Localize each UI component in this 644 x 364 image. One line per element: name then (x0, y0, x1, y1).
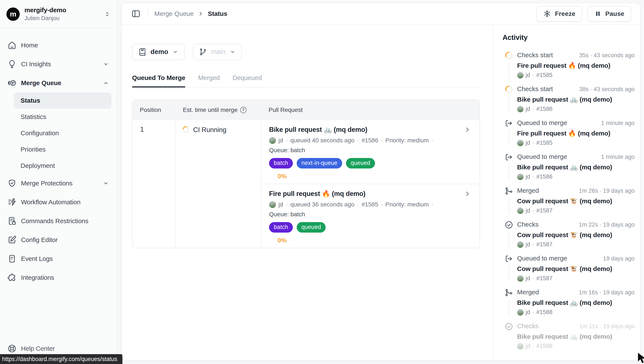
sidebar-item-label: Home (21, 42, 38, 49)
sidebar-item-priorities[interactable]: Priorities (14, 141, 112, 158)
queued-to-merge-icon (504, 153, 514, 162)
activity-event-label: Queued to merge (517, 153, 567, 160)
avatar (269, 201, 276, 208)
ci-spinner-icon (182, 126, 190, 133)
separator-dot: · (431, 201, 433, 208)
sidebar-item-label: Config Editor (21, 236, 58, 244)
avatar (517, 140, 524, 146)
chevron-right-icon[interactable] (464, 190, 471, 198)
activity-pr-link[interactable]: Cow pull request 🐮 (mq demo) (517, 197, 634, 205)
tab-dequeued[interactable]: Dequeued (232, 74, 262, 87)
activity-pr-link[interactable]: Fire pull request 🔥 (mq demo) (517, 130, 634, 137)
sidebar-toggle-button[interactable] (131, 8, 141, 19)
activity-pr-link[interactable]: Bike pull request 🚲 (mq demo) (517, 333, 634, 340)
sidebar-item-label: Configuration (20, 130, 59, 137)
avatar (517, 208, 524, 214)
avatar (517, 106, 524, 112)
sidebar-item-integrations[interactable]: Integrations (5, 268, 112, 287)
activity-entry: Queued to merge 1 minute ago Bike pull r… (502, 153, 634, 186)
activity-author: jd (526, 309, 530, 316)
sidebar-item-workflow-automation[interactable]: Workflow Automation (5, 193, 112, 212)
est-time-cell: CI Running (176, 120, 261, 248)
activity-pr-number: #1587 (536, 207, 552, 214)
sidebar-item-label: Commands Restrictions (21, 217, 88, 225)
activity-time: 19 days ago (603, 255, 634, 262)
badge-queued: queued (297, 222, 326, 232)
pause-button[interactable]: Pause (588, 6, 631, 22)
breadcrumb-parent[interactable]: Merge Queue (154, 10, 194, 17)
pr-progress-row: 0% · (278, 173, 471, 180)
queue-content: demo main Queued To Merge Merged Dequeue… (122, 25, 493, 360)
activity-pr-link[interactable]: Fire pull request 🔥 (mq demo) (517, 62, 634, 69)
merge-queue-icon (7, 78, 17, 88)
activity-pr-link[interactable]: Bike pull request 🚲 (mq demo) (517, 163, 634, 171)
activity-pr-link[interactable]: Cow pull request 🐮 (mq demo) (517, 265, 634, 272)
pr-queued-ago: queued 40 seconds ago (290, 137, 354, 144)
sidebar-item-merge-protections[interactable]: Merge Protections (5, 174, 112, 193)
repository-select[interactable]: demo (132, 44, 184, 60)
sidebar-item-label: Statistics (20, 113, 46, 120)
pull-request-item[interactable]: Bike pull request 🚲 (mq demo) jd · queue… (261, 120, 480, 184)
pr-number: #1585 (362, 201, 378, 208)
chevron-right-icon[interactable] (464, 126, 471, 133)
book-icon (138, 48, 147, 56)
sidebar-item-configuration[interactable]: Configuration (14, 125, 112, 141)
home-icon (7, 40, 17, 50)
sidebar-item-deployment[interactable]: Deployment (14, 158, 112, 174)
pr-title[interactable]: Bike pull request 🚲 (mq demo) (269, 126, 367, 134)
sidebar-item-statistics[interactable]: Statistics (14, 109, 112, 125)
sidebar-item-commands-restrictions[interactable]: Commands Restrictions (5, 212, 112, 230)
activity-time: 35s · 43 seconds ago (579, 52, 634, 59)
pull-request-item[interactable]: Fire pull request 🔥 (mq demo) jd · queue… (261, 184, 480, 248)
freeze-button[interactable]: Freeze (536, 6, 582, 22)
table-row: 1 CI Running Bike pull request 🚲 (mq dem… (132, 120, 480, 248)
sidebar-item-label: Merge Protections (21, 180, 72, 187)
activity-meta: jd · #1587 (517, 207, 634, 214)
activity-rail (502, 254, 515, 282)
activity-rail (502, 322, 515, 350)
sidebar-item-home[interactable]: Home (5, 36, 112, 55)
sidebar-item-config-editor[interactable]: Config Editor (5, 230, 112, 249)
activity-pr-number: #1587 (536, 241, 552, 248)
chevron-down-icon (102, 180, 109, 187)
timeline-connector (509, 198, 509, 214)
activity-event-label: Merged (517, 288, 539, 296)
pull-request-cell: Bike pull request 🚲 (mq demo) jd · queue… (261, 120, 480, 248)
separator-dot: · (289, 238, 290, 242)
avatar (517, 174, 524, 180)
checks-running-spinner-icon (504, 51, 514, 60)
sidebar-item-merge-queue[interactable]: Merge Queue (5, 74, 112, 92)
activity-rail (502, 119, 515, 146)
sidebar-nav: Home CI Insights Merge Queue Status Stat… (0, 28, 116, 287)
separator-dot: · (532, 241, 534, 248)
sidebar-item-ci-insights[interactable]: CI Insights (5, 55, 112, 74)
activity-pr-link[interactable]: Cow pull request 🐮 (mq demo) (517, 231, 634, 238)
activity-pr-link[interactable]: Bike pull request 🚲 (mq demo) (517, 96, 634, 103)
separator-dot: · (532, 174, 534, 180)
breadcrumb: Merge Queue Status (154, 10, 227, 17)
activity-pr-number: #1588 (536, 343, 552, 350)
activity-rail (502, 288, 515, 316)
sidebar-item-event-logs[interactable]: Event Logs (5, 249, 112, 268)
badge-batch: batch (269, 158, 293, 168)
timeline-connector (509, 232, 509, 248)
column-position: Position (132, 106, 176, 114)
separator-dot: · (357, 201, 359, 208)
help-icon[interactable]: ? (240, 107, 246, 113)
queue-tabs: Queued To Merge Merged Dequeued (132, 74, 480, 88)
tab-queued-to-merge[interactable]: Queued To Merge (132, 74, 185, 87)
activity-time: 1m 11s · 19 days ago (579, 323, 634, 330)
sidebar-item-label: Integrations (21, 274, 54, 281)
branch-select[interactable]: main (193, 44, 242, 60)
tab-merged[interactable]: Merged (198, 74, 220, 87)
pr-title[interactable]: Fire pull request 🔥 (mq demo) (269, 190, 366, 198)
pr-queue-line: Queue: batch (269, 211, 471, 218)
activity-entry: Queued to merge 1 minute ago Fire pull r… (502, 119, 634, 153)
sidebar-item-status[interactable]: Status (14, 92, 112, 109)
activity-pr-link[interactable]: Bike pull request 🚲 (mq demo) (517, 299, 634, 306)
timeline-connector (509, 164, 509, 180)
org-switcher[interactable]: m mergify-demo Julien Danjou (0, 0, 116, 28)
chevron-right-icon (198, 10, 204, 17)
badge-batch: batch (269, 222, 293, 232)
pr-title-row: Fire pull request 🔥 (mq demo) (269, 190, 471, 198)
